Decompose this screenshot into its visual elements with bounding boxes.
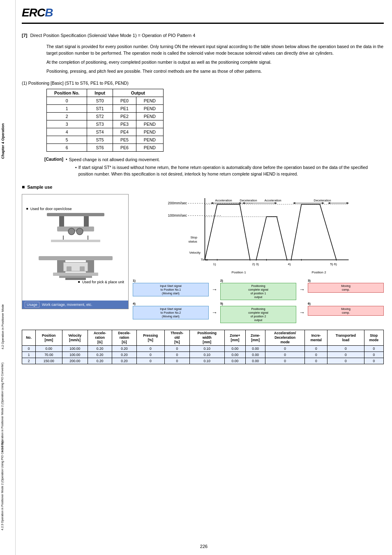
sample-use-title: Sample use bbox=[22, 184, 384, 190]
cell-dec: 0.20 bbox=[112, 352, 136, 358]
logo-b: B bbox=[45, 6, 53, 19]
svg-text:2) 3): 2) 3) bbox=[252, 262, 259, 266]
cell-pos: 0 bbox=[47, 97, 87, 104]
th-no: No. bbox=[22, 330, 36, 346]
svg-text:Acceleration: Acceleration bbox=[265, 199, 281, 202]
caution-bullet-1: • bbox=[66, 157, 67, 162]
cell-thresh: 0 bbox=[164, 352, 189, 358]
th-zoneplus: Zone+[mm] bbox=[224, 330, 245, 346]
flow-item-2: 2) Positioningcomplete signalof position… bbox=[220, 279, 296, 300]
cell-press: 0 bbox=[136, 346, 164, 352]
svg-text:1): 1) bbox=[213, 262, 216, 266]
usage-bar: Usage Work carriage, movement, etc. bbox=[22, 301, 128, 309]
cell-dec: 0.20 bbox=[112, 346, 136, 352]
section-number: [7] bbox=[22, 33, 27, 38]
cell-zoneplus: 0.00 bbox=[224, 352, 245, 358]
cell-stopmode: 0 bbox=[364, 352, 383, 358]
svg-text:5) 6): 5) 6) bbox=[330, 262, 337, 266]
th-incremental: Incre-mental bbox=[305, 330, 327, 346]
th-transload: Transportedload bbox=[327, 330, 364, 346]
cell-accdecmode: 0 bbox=[265, 352, 305, 358]
flow-item-4: 4) Input Start signalto Position No.2(Mo… bbox=[133, 302, 209, 323]
svg-text:Deceleration: Deceleration bbox=[240, 199, 257, 202]
flow-item-6: 6) Movingcomp. bbox=[308, 302, 384, 323]
cell-out1: PE4 bbox=[113, 128, 136, 136]
cell-input: ST4 bbox=[87, 128, 113, 136]
cell-thresh: 0 bbox=[164, 358, 189, 364]
arrow-3: → bbox=[210, 302, 219, 323]
cell-zoneminus: 0.00 bbox=[246, 358, 265, 364]
para-3: Positioning, pressing, and pitch feed ar… bbox=[22, 68, 384, 74]
arrow-4: → bbox=[297, 302, 307, 323]
svg-text:4): 4) bbox=[288, 262, 291, 266]
cell-stopmode: 0 bbox=[364, 346, 383, 352]
svg-text:Position 2: Position 2 bbox=[312, 271, 327, 274]
cell-out1: PE1 bbox=[113, 104, 136, 112]
cell-out2: PEND bbox=[136, 143, 163, 151]
svg-rect-14 bbox=[67, 266, 71, 271]
svg-rect-8 bbox=[51, 240, 100, 242]
section-label-3: 4.2.3 Operation in Positioner Mode 2 (Op… bbox=[1, 441, 15, 530]
cell-out2: PEND bbox=[136, 104, 163, 112]
th-acc: Accele-ration[G] bbox=[88, 330, 112, 346]
cell-zoneminus: 0.00 bbox=[246, 346, 265, 352]
page-container: Chapter 4 Operation 4.2 Operation in Pos… bbox=[0, 0, 392, 555]
th-stopmode: Stopmode bbox=[364, 330, 383, 346]
header: ERCB bbox=[22, 6, 384, 24]
left-diagram: Used for door open/close bbox=[22, 194, 129, 309]
logo: ERCB bbox=[22, 6, 53, 19]
cell-velocity: 100.00 bbox=[62, 352, 88, 358]
svg-text:status: status bbox=[189, 240, 197, 243]
table-row: 4 ST4 PE4 PEND bbox=[47, 128, 164, 136]
cell-out1: PE3 bbox=[113, 120, 136, 128]
caution-text-2: If start signal ST* is issued without ho… bbox=[78, 164, 384, 178]
flow-item-5: 5) Positioningcomplete signalof position… bbox=[220, 302, 296, 323]
cell-incremental: 0 bbox=[305, 352, 327, 358]
data-table-row: 1 70.00 100.00 0.20 0.20 0 0 0.10 0.00 0… bbox=[22, 352, 384, 358]
cell-no: 0 bbox=[22, 346, 36, 352]
cell-press: 0 bbox=[136, 352, 164, 358]
caution-row-1: [Caution] • Speed change is not allowed … bbox=[44, 157, 384, 163]
usage-text: Work carriage, movement, etc. bbox=[42, 303, 92, 307]
cell-position: 0.00 bbox=[35, 346, 62, 352]
svg-text:Stop: Stop bbox=[191, 236, 198, 239]
cell-input: ST6 bbox=[87, 143, 113, 151]
svg-point-4 bbox=[68, 228, 75, 235]
th-vel: Velocity[mm/s] bbox=[62, 330, 88, 346]
cell-thresh: 0 bbox=[164, 346, 189, 352]
th-press: Pressing[%] bbox=[136, 330, 164, 346]
svg-rect-3 bbox=[57, 227, 94, 231]
cell-input: ST2 bbox=[87, 112, 113, 120]
cell-pos: 5 bbox=[47, 136, 87, 143]
col-header-output: Output bbox=[113, 89, 163, 97]
cell-input: ST1 bbox=[87, 104, 113, 112]
svg-text:Acceleration: Acceleration bbox=[215, 199, 232, 202]
cell-acc: 0.20 bbox=[88, 358, 112, 364]
svg-marker-57 bbox=[347, 202, 349, 204]
svg-text:Deceleration: Deceleration bbox=[314, 199, 331, 202]
table-row: 2 ST2 PE2 PEND bbox=[47, 112, 164, 120]
flow-item-3: 3) Movingcomp. bbox=[308, 279, 384, 300]
cell-transload: 0 bbox=[327, 352, 364, 358]
section-label-1: 4.2 Operation in Positioner Mode bbox=[1, 304, 15, 349]
cell-out2: PEND bbox=[136, 97, 163, 104]
logo-erc: ERC bbox=[22, 6, 45, 19]
cell-out2: PEND bbox=[136, 128, 163, 136]
para-2: At the completion of positioning, every … bbox=[22, 59, 384, 65]
table-row: 6 ST6 PE6 PEND bbox=[47, 143, 164, 151]
cell-poswidth: 0.10 bbox=[189, 352, 224, 358]
svg-text:100mm/sec - - - - - - - - - - : 100mm/sec - - - - - - - - - - - - - - - bbox=[168, 213, 221, 217]
svg-marker-54 bbox=[322, 202, 325, 204]
cell-position: 70.00 bbox=[35, 352, 62, 358]
cell-no: 2 bbox=[22, 358, 36, 364]
cell-out1: PE6 bbox=[113, 143, 136, 151]
cell-input: ST5 bbox=[87, 136, 113, 143]
svg-text:Velocity: Velocity bbox=[189, 251, 201, 254]
table-row: 5 ST5 PE5 PEND bbox=[47, 136, 164, 143]
table-row: 0 ST0 PE0 PEND bbox=[47, 97, 164, 104]
cell-stopmode: 0 bbox=[364, 358, 383, 364]
caution-label: [Caution] bbox=[44, 157, 63, 162]
cell-accdecmode: 0 bbox=[265, 346, 305, 352]
section-label-2: 4.2.2 Operation in Positioner Mode 2 (Op… bbox=[1, 363, 15, 452]
svg-marker-56 bbox=[328, 202, 330, 204]
